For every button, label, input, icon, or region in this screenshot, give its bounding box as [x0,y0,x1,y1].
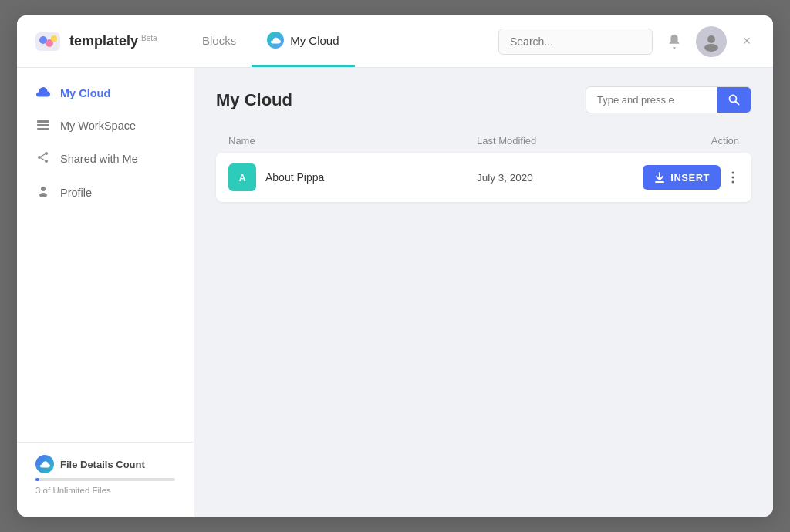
col-action: Action [647,135,739,146]
file-icon: A [228,163,256,191]
app-window: templatelyBeta Blocks My Cloud [17,15,773,517]
table-row: A About Pippa July 3, 2020 INSERT [216,153,751,202]
more-options-button[interactable] [727,167,739,187]
svg-point-11 [45,160,48,163]
file-details-count-label: File Details Count [35,455,175,473]
sidebar: My Cloud My WorkSpace [17,68,194,517]
svg-point-15 [39,193,47,197]
svg-point-5 [704,44,718,52]
sidebar-item-my-cloud[interactable]: My Cloud [17,77,194,109]
svg-point-23 [732,181,734,184]
avatar[interactable] [696,26,727,57]
sidebar-item-profile[interactable]: Profile [17,176,194,210]
cloud-icon [35,86,51,100]
table-container: Name Last Modified Action A About Pippa [216,129,751,202]
header-search-wrap [498,29,653,55]
storage-text: 3 of Unlimited Files [35,486,175,495]
svg-text:A: A [239,173,246,184]
svg-point-10 [38,156,41,159]
app-name: templatelyBeta [69,33,157,49]
header: templatelyBeta Blocks My Cloud [17,15,773,68]
header-right: × [498,26,758,57]
svg-point-9 [45,152,48,155]
svg-line-12 [41,154,45,157]
svg-point-14 [41,187,46,191]
tab-mycloud[interactable]: My Cloud [252,15,354,67]
page-title: My Cloud [216,90,292,110]
svg-rect-6 [37,120,49,123]
sidebar-item-my-workspace[interactable]: My WorkSpace [17,109,194,142]
main-header: My Cloud [216,86,751,113]
svg-rect-7 [37,124,49,126]
svg-point-21 [732,172,734,174]
share-icon [35,151,51,167]
svg-point-3 [51,35,57,42]
storage-bar [35,478,175,481]
main-search-input[interactable] [586,88,717,112]
main-content: My Cloud Name Last Modified Action [194,68,773,517]
workspace-icon [35,119,51,133]
storage-bar-fill [35,478,39,481]
svg-point-4 [707,35,715,43]
tab-blocks[interactable]: Blocks [187,15,252,67]
svg-rect-20 [655,181,664,183]
cloud-tab-icon [267,32,284,49]
table-header: Name Last Modified Action [216,129,751,153]
sidebar-footer: File Details Count 3 of Unlimited Files [17,442,194,507]
footer-cloud-icon [35,455,54,473]
row-name-cell: A About Pippa [228,163,477,191]
insert-button[interactable]: INSERT [643,165,721,190]
svg-line-17 [736,102,739,105]
svg-line-13 [41,158,45,160]
logo-icon [32,26,63,57]
body: My Cloud My WorkSpace [17,68,773,517]
nav-tabs: Blocks My Cloud [187,15,355,67]
row-date-cell: July 3, 2020 [477,172,647,184]
logo-area: templatelyBeta [32,26,171,57]
col-last-modified: Last Modified [477,135,647,146]
svg-point-22 [732,177,734,179]
svg-rect-8 [37,128,49,130]
main-search-bar [586,86,751,113]
notification-icon[interactable] [662,29,687,54]
row-actions-cell: INSERT [647,165,739,190]
header-search-input[interactable] [498,29,653,55]
profile-icon [35,185,51,200]
col-name: Name [228,135,477,146]
main-search-button[interactable] [717,87,751,113]
close-button[interactable]: × [736,31,758,52]
sidebar-item-shared-with-me[interactable]: Shared with Me [17,142,194,176]
